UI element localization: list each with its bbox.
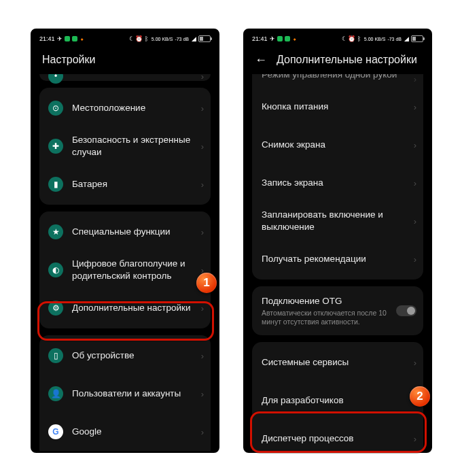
header: Настройки xyxy=(33,46,217,74)
status-bar: 21:41 ✈ ⬥ ☾ ⏰ ᛒ 5.00 KB/S -73 dB ◢ xyxy=(33,31,217,46)
list-item-location[interactable]: ⊙ Местоположение › xyxy=(39,89,211,127)
chevron-right-icon: › xyxy=(414,178,416,188)
header: ← Дополнительные настройки xyxy=(245,46,430,74)
page-title: Дополнительные настройки xyxy=(277,54,417,66)
alarm-icon: ⏰ xyxy=(137,36,142,41)
chevron-right-icon: › xyxy=(201,265,204,275)
settings-group: Системные сервисы › Для разработчиков › … xyxy=(252,342,423,451)
google-icon: G xyxy=(48,424,63,439)
chevron-right-icon: › xyxy=(414,434,416,444)
status-bar: 21:41 ✈ ⬥ ☾ ⏰ ᛒ 5.00 KB/S -73 dB ◢ xyxy=(245,31,430,46)
telegram-icon: ✈ xyxy=(270,36,275,41)
battery-icon xyxy=(411,35,423,42)
chevron-right-icon: › xyxy=(414,396,416,406)
list-item-wellbeing[interactable]: ◐ Цифровое благополучие и родительский к… xyxy=(39,251,211,289)
bluetooth-icon: ᛒ xyxy=(357,36,362,41)
moon-icon: ☾ xyxy=(129,36,135,41)
chevron-right-icon: › xyxy=(414,74,416,84)
wifi-icon: ◢ xyxy=(404,36,409,41)
status-time: 21:41 xyxy=(39,35,55,42)
chevron-right-icon: › xyxy=(414,102,416,112)
gear-icon: ⚙ xyxy=(48,301,63,316)
list-item-schedule-power[interactable]: Запланировать включение и выключение › xyxy=(252,202,423,240)
chevron-right-icon: › xyxy=(201,103,204,114)
star-icon: ★ xyxy=(48,224,63,239)
app-indicator-icon xyxy=(65,36,70,41)
list-item-system-services[interactable]: Системные сервисы › xyxy=(252,343,423,381)
wifi-db: -73 dB xyxy=(387,37,402,41)
list-item-google[interactable]: G Google › xyxy=(39,413,211,451)
settings-group: ⊙ Местоположение › ✚ Безопасность и экст… xyxy=(39,88,211,205)
page-title: Настройки xyxy=(42,54,95,66)
list-item-power-button[interactable]: Кнопка питания › xyxy=(252,88,423,126)
phone-left: 21:41 ✈ ⬥ ☾ ⏰ ᛒ 5.00 KB/S -73 dB ◢ Настр… xyxy=(31,29,219,453)
list-item-users[interactable]: 👤 Пользователи и аккаунты › xyxy=(39,375,211,413)
chevron-right-icon: › xyxy=(201,427,204,437)
list-item-recommendations[interactable]: Получать рекомендации › xyxy=(252,240,423,278)
list-item-cut[interactable]: • › xyxy=(39,74,211,80)
wellbeing-icon: ◐ xyxy=(48,262,63,277)
wifi-db: -73 dB xyxy=(175,37,189,41)
moon-icon: ☾ xyxy=(342,36,347,41)
app-indicator-icon xyxy=(277,36,283,41)
phone-right: 21:41 ✈ ⬥ ☾ ⏰ ᛒ 5.00 KB/S -73 dB ◢ ← Доп… xyxy=(243,29,432,453)
list-item-battery[interactable]: ▮ Батарея › xyxy=(39,165,211,203)
status-time: 21:41 xyxy=(252,35,268,42)
app-indicator-icon xyxy=(285,36,290,41)
chevron-right-icon: › xyxy=(201,227,204,237)
list-item-screen-record[interactable]: Запись экрана › xyxy=(252,164,423,202)
generic-icon: • xyxy=(48,74,63,84)
battery-icon: ▮ xyxy=(48,177,63,192)
net-speed: 5.00 KB/S xyxy=(152,37,173,41)
chevron-right-icon: › xyxy=(414,140,416,150)
list-item-special[interactable]: ★ Специальные функции › xyxy=(39,213,211,251)
app-indicator-icon xyxy=(72,36,77,41)
settings-group: ▯ Об устройстве › 👤 Пользователи и аккау… xyxy=(39,335,211,451)
list-item-screenshot[interactable]: Снимок экрана › xyxy=(252,126,423,164)
chevron-right-icon: › xyxy=(201,351,204,361)
app-indicator-icon: ⬥ xyxy=(79,36,85,41)
battery-icon xyxy=(198,35,211,42)
list-item-security[interactable]: ✚ Безопасность и экстренные случаи › xyxy=(39,127,211,165)
list-item-one-hand[interactable]: Режим управления одной рукой › xyxy=(252,74,423,88)
chevron-right-icon: › xyxy=(201,180,204,190)
chevron-right-icon: › xyxy=(201,389,204,399)
chevron-right-icon: › xyxy=(414,216,416,226)
wifi-icon: ◢ xyxy=(191,36,196,41)
telegram-icon: ✈ xyxy=(57,36,63,41)
chevron-right-icon: › xyxy=(201,141,204,152)
location-icon: ⊙ xyxy=(48,101,63,116)
list-item-developer[interactable]: Для разработчиков › xyxy=(252,381,423,420)
chevron-right-icon: › xyxy=(201,303,204,313)
user-icon: 👤 xyxy=(48,386,63,401)
settings-group: ★ Специальные функции › ◐ Цифровое благо… xyxy=(39,211,211,328)
bluetooth-icon: ᛒ xyxy=(144,36,149,41)
list-item-about[interactable]: ▯ Об устройстве › xyxy=(39,337,211,375)
list-item-additional-settings[interactable]: ⚙ Дополнительные настройки › xyxy=(39,289,211,327)
list-item-process-manager[interactable]: Диспетчер процессов › xyxy=(252,420,423,451)
back-button[interactable]: ← xyxy=(255,54,267,66)
chevron-right-icon: › xyxy=(201,74,204,82)
alarm-icon: ⏰ xyxy=(349,36,355,41)
shield-icon: ✚ xyxy=(48,139,63,154)
chevron-right-icon: › xyxy=(414,358,416,368)
settings-group: Подключение OTG Автоматически отключаетс… xyxy=(252,286,423,335)
device-icon: ▯ xyxy=(48,348,63,363)
net-speed: 5.00 KB/S xyxy=(364,37,386,41)
app-indicator-icon: ⬥ xyxy=(292,36,298,41)
otg-toggle[interactable] xyxy=(396,305,416,316)
chevron-right-icon: › xyxy=(414,254,416,265)
list-item-otg[interactable]: Подключение OTG Автоматически отключаетс… xyxy=(252,288,423,334)
